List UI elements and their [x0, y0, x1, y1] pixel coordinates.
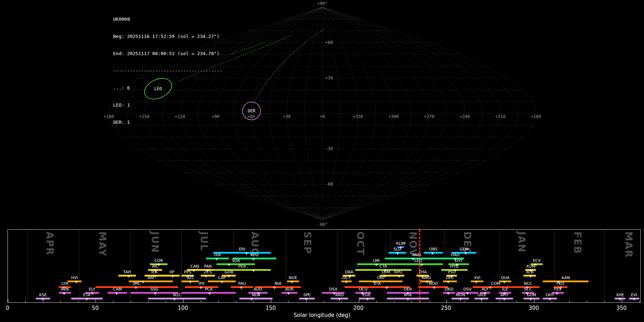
activity-chart: APRMAYJUNJULAUGSEPOCTNOVDECJANFEBMARKLIM…	[8, 229, 641, 303]
minor-tick	[288, 301, 289, 302]
peak-marker-mon: +	[459, 296, 463, 301]
radiant-label-oer: OER	[248, 108, 255, 113]
lon-label: +60	[247, 114, 255, 119]
sporadic-trail	[273, 39, 288, 45]
x-axis-title: Solar longitude (deg)	[0, 312, 644, 318]
lon-label: +90	[212, 114, 220, 119]
peak-marker-urs: +	[479, 296, 483, 301]
sky-map: LEOOER+90°-90°+60+30-30-60+180+150+120+9…	[0, 0, 644, 229]
minor-tick	[236, 301, 236, 302]
x-tick-label-150: 150	[265, 305, 276, 311]
minor-tick	[113, 301, 113, 302]
shower-label-com: COM	[491, 282, 500, 286]
month-gridline-jul	[181, 230, 182, 302]
major-tick	[183, 299, 184, 302]
minor-tick	[148, 301, 148, 302]
month-gridline-dec	[444, 230, 444, 302]
minor-tick	[604, 301, 605, 302]
shower-bar-leo	[394, 263, 443, 265]
shower-bar-per	[213, 269, 271, 271]
peak-marker-com: +	[488, 285, 492, 289]
pole-label-south: -90°	[317, 222, 328, 227]
peak-marker-kse: +	[41, 296, 45, 301]
shower-bar-aan	[543, 280, 588, 282]
peak-marker-ard: +	[337, 296, 341, 301]
sporadic-trail	[242, 47, 257, 53]
peak-marker-ari: +	[141, 279, 145, 284]
peak-marker-eta: +	[85, 296, 89, 301]
meridian-line	[322, 7, 376, 220]
peak-marker-sld: +	[395, 250, 399, 255]
month-label-oct: OCT	[355, 231, 366, 255]
shower-label-ari: ARI	[147, 276, 154, 280]
lat-label: +60	[325, 40, 333, 45]
peak-marker-sda: +	[227, 262, 231, 267]
lon-label: +120	[175, 114, 185, 119]
peak-marker-fev: +	[555, 291, 559, 295]
month-label-jul: JUL	[199, 231, 210, 251]
peak-marker-lmi: +	[374, 262, 378, 267]
lon-label: +330	[353, 114, 363, 119]
peak-marker-pau: +	[239, 285, 243, 289]
peak-marker-ely: +	[90, 291, 94, 295]
peak-marker-ssg: +	[153, 291, 157, 295]
peak-marker-dkd: +	[446, 291, 450, 295]
month-label-feb: FEB	[572, 231, 583, 254]
peak-marker-zcs: +	[204, 273, 208, 278]
peak-marker-ohy: +	[548, 296, 552, 301]
major-tick	[271, 299, 271, 302]
x-tick-label-250: 250	[441, 305, 451, 311]
month-gridline-jan	[499, 230, 499, 302]
month-gridline-jun	[131, 230, 131, 302]
shower-bar-com	[473, 286, 518, 288]
major-tick	[359, 299, 359, 302]
peak-marker-hvi: +	[74, 279, 78, 284]
oer-trail	[254, 30, 323, 103]
minor-tick	[25, 301, 26, 302]
month-gridline-mar	[604, 230, 605, 302]
month-label-apr: APR	[44, 231, 55, 255]
month-label-may: MAY	[97, 231, 108, 257]
major-tick	[534, 299, 535, 302]
peak-marker-sta: +	[385, 285, 389, 289]
x-axis: 050100150200250300350	[8, 305, 641, 311]
peak-marker-cam: +	[115, 291, 119, 295]
major-tick	[447, 299, 447, 302]
shower-label-per: PER	[238, 264, 246, 268]
minor-tick	[376, 301, 377, 302]
peak-marker-gdr: +	[227, 273, 231, 278]
peak-marker-obs: +	[430, 250, 434, 255]
minor-tick	[411, 301, 412, 302]
sporadic-trail	[447, 85, 459, 93]
peak-marker-jmc: +	[134, 285, 138, 289]
peak-marker-xhe: +	[618, 296, 622, 301]
peak-marker-dpc: +	[446, 279, 450, 284]
peak-marker-iip: +	[171, 273, 175, 278]
x-tick-label-300: 300	[529, 305, 539, 311]
peak-marker-per: +	[252, 268, 255, 272]
lon-label: +150	[139, 114, 150, 119]
lon-label: +240	[460, 114, 470, 119]
lat-label: +30	[325, 75, 333, 80]
peak-marker-gum: +	[529, 296, 533, 301]
leo-trail-1	[177, 35, 292, 82]
month-gridline-apr	[27, 230, 28, 302]
peak-marker-tah: +	[127, 273, 131, 278]
sporadic-trail	[214, 52, 231, 60]
shower-label-sta: STA	[374, 282, 381, 286]
peak-marker-nzc: +	[172, 296, 176, 301]
minor-tick	[394, 301, 394, 302]
month-gridline-may	[79, 230, 79, 302]
minor-tick	[78, 301, 78, 302]
lon-label: +270	[424, 114, 434, 119]
minor-tick	[166, 301, 166, 302]
shower-bar-nzc	[148, 298, 206, 299]
lat-label: -60	[325, 182, 333, 187]
x-tick-label-100: 100	[178, 305, 188, 311]
peak-marker-nia: +	[273, 285, 277, 289]
peak-marker-avb: +	[62, 291, 66, 295]
peak-marker-xcb: +	[529, 273, 533, 278]
major-tick	[8, 299, 8, 302]
peak-marker-ege: +	[366, 296, 370, 301]
peak-marker-pca: +	[208, 291, 211, 295]
